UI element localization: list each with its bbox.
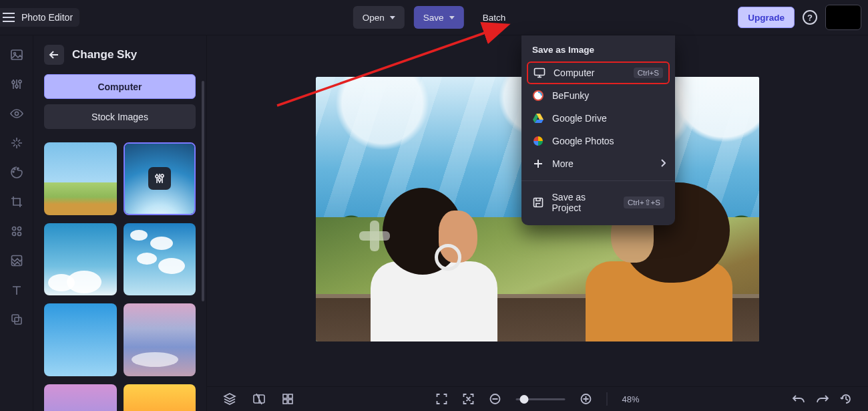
save-to-computer[interactable]: Computer Ctrl+S <box>527 61 670 84</box>
account-avatar[interactable] <box>825 5 861 30</box>
sky-thumb-violet[interactable] <box>44 384 117 412</box>
texture-tool-icon[interactable] <box>9 253 24 268</box>
text-tool-icon[interactable] <box>9 283 24 297</box>
help-button[interactable]: ? <box>803 10 817 25</box>
segment-computer[interactable]: Computer <box>44 74 196 99</box>
save-to-befunky[interactable]: BeFunky <box>521 84 675 107</box>
save-computer-shortcut: Ctrl+S <box>634 67 663 78</box>
hamburger-icon <box>3 13 15 22</box>
svg-rect-27 <box>283 394 287 398</box>
save-to-gdrive[interactable]: Google Drive <box>521 107 675 130</box>
sky-thumb-rays[interactable] <box>124 142 196 215</box>
eye-tool-icon[interactable] <box>9 106 24 121</box>
save-more[interactable]: More <box>521 152 675 175</box>
svg-rect-19 <box>535 69 545 76</box>
zoom-suffix: % <box>632 394 640 404</box>
save-computer-label: Computer <box>554 67 594 78</box>
chevron-down-icon <box>390 16 395 19</box>
save-project-label: Save as Project <box>552 192 616 213</box>
save-befunky-label: BeFunky <box>552 90 589 101</box>
compare-icon[interactable] <box>252 392 266 406</box>
separator <box>606 392 607 406</box>
save-section-title: Save as Image <box>521 43 675 61</box>
svg-rect-14 <box>12 315 19 321</box>
sky-thumb-clouds-big[interactable] <box>44 223 117 296</box>
svg-point-16 <box>156 175 158 178</box>
save-gdrive-label: Google Drive <box>552 113 607 124</box>
chevron-down-icon <box>449 16 455 19</box>
save-project-shortcut: Ctrl+⇧+S <box>624 196 664 209</box>
batch-label: Batch <box>483 13 506 23</box>
monitor-icon <box>533 67 546 79</box>
segment-computer-label: Computer <box>97 82 142 92</box>
side-panel: Change Sky Computer Stock Images <box>33 35 207 411</box>
svg-point-12 <box>17 233 21 236</box>
plus-icon <box>532 158 544 170</box>
svg-point-4 <box>19 80 21 83</box>
zoom-out-icon[interactable] <box>489 393 501 405</box>
svg-point-11 <box>12 233 15 236</box>
sky-thumb-pink[interactable] <box>124 303 196 376</box>
save-gphotos-label: Google Photos <box>552 136 614 146</box>
sparkle-tool-icon[interactable] <box>9 136 24 150</box>
zoom-slider[interactable] <box>515 398 565 400</box>
google-drive-icon <box>532 112 544 124</box>
panel-title: Change Sky <box>72 48 137 61</box>
sky-thumb-orange[interactable] <box>124 384 196 412</box>
svg-point-18 <box>161 174 164 177</box>
svg-point-8 <box>17 168 19 169</box>
svg-point-2 <box>12 81 15 84</box>
segment-stock[interactable]: Stock Images <box>44 104 196 129</box>
image-tool-icon[interactable] <box>9 47 24 62</box>
svg-point-9 <box>12 227 15 231</box>
zoom-in-icon[interactable] <box>580 393 592 405</box>
sky-thumbnail-grid <box>44 142 196 411</box>
upgrade-label: Upgrade <box>748 13 785 23</box>
adjust-tool-icon[interactable] <box>9 77 24 92</box>
batch-button[interactable]: Batch <box>473 6 515 29</box>
svg-point-3 <box>15 85 18 88</box>
chevron-right-icon <box>660 158 666 169</box>
palette-tool-icon[interactable] <box>9 165 24 180</box>
sky-thumb-clear[interactable] <box>44 303 117 376</box>
watermark-icon <box>341 202 408 269</box>
shapes-tool-icon[interactable] <box>9 224 24 239</box>
svg-rect-25 <box>533 198 542 207</box>
app-title-chip[interactable]: Photo Editor <box>0 8 79 27</box>
app-title: Photo Editor <box>21 12 73 23</box>
google-photos-icon <box>532 135 544 147</box>
sky-thumb-original[interactable] <box>44 142 117 215</box>
befunky-icon <box>532 90 544 102</box>
crop-tool-icon[interactable] <box>9 194 24 209</box>
actual-size-icon[interactable] <box>462 393 474 405</box>
sky-thumb-clouds[interactable] <box>124 223 196 296</box>
save-project-icon <box>532 196 544 209</box>
save-as-project[interactable]: Save as Project Ctrl+⇧+S <box>521 186 675 219</box>
save-button[interactable]: Save <box>414 6 464 29</box>
svg-rect-29 <box>283 400 287 404</box>
svg-rect-30 <box>288 400 292 404</box>
open-button[interactable]: Open <box>353 6 405 29</box>
svg-point-5 <box>15 112 18 115</box>
save-to-gphotos[interactable]: Google Photos <box>521 130 675 152</box>
layers-icon[interactable] <box>223 392 236 406</box>
svg-point-17 <box>158 178 161 181</box>
upgrade-button[interactable]: Upgrade <box>738 7 795 28</box>
menu-separator <box>521 180 675 181</box>
svg-point-7 <box>14 168 15 170</box>
redo-icon[interactable] <box>816 394 829 404</box>
grid-view-icon[interactable] <box>282 393 294 405</box>
back-button[interactable] <box>44 45 64 65</box>
bottom-bar: 48% <box>207 386 868 411</box>
layers-tool-icon[interactable] <box>9 312 24 327</box>
save-label: Save <box>423 13 444 23</box>
svg-rect-28 <box>288 394 292 398</box>
zoom-number: 48 <box>622 394 631 404</box>
history-icon[interactable] <box>840 393 852 405</box>
undo-icon[interactable] <box>792 394 805 404</box>
adjust-chip-icon[interactable] <box>148 167 171 190</box>
zoom-value[interactable]: 48% <box>622 394 639 404</box>
fit-screen-icon[interactable] <box>435 393 447 405</box>
save-more-label: More <box>552 158 574 169</box>
save-dropdown: Save as Image Computer Ctrl+S BeFunky Go… <box>521 35 675 225</box>
